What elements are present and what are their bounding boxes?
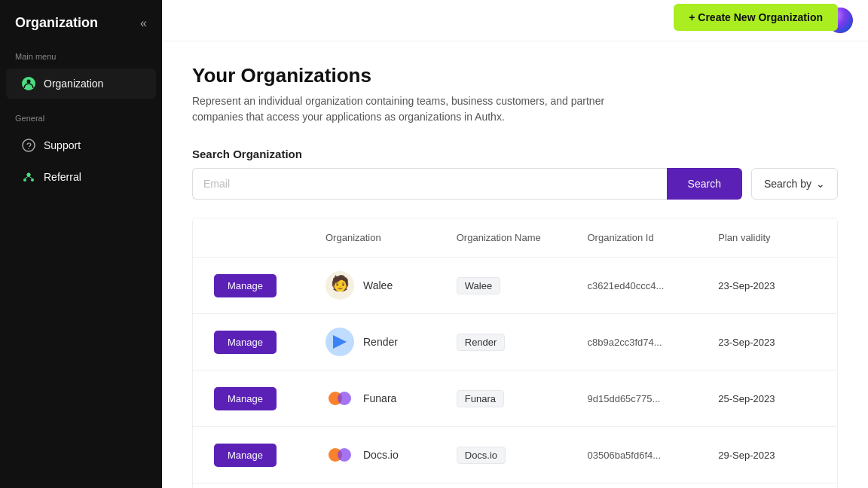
- name-badge-cell: Docs.io: [445, 441, 576, 470]
- svg-point-6: [31, 178, 34, 181]
- org-cell: Docs.io: [313, 435, 445, 475]
- org-cell: 🧑 Walee: [313, 265, 445, 306]
- search-by-chevron-icon: ⌄: [816, 178, 825, 190]
- manage-button[interactable]: Manage: [214, 387, 277, 410]
- manage-button[interactable]: Manage: [214, 444, 277, 467]
- col-header-validity: Plan validity: [706, 226, 837, 249]
- col-header-id: Organization Id: [576, 226, 707, 249]
- table-row: Manage Funara Funara 9d15dd65c775... 25-…: [193, 371, 837, 427]
- plan-validity-cell: 25-Sep-2023: [706, 386, 837, 410]
- sidebar: Organization « Main menu Organization Ge…: [0, 0, 162, 488]
- manage-cell: Manage: [193, 325, 313, 360]
- org-name: Render: [363, 336, 398, 348]
- name-badge-cell: Funara: [445, 384, 576, 413]
- org-logo: [326, 328, 354, 356]
- plan-validity: 23-Sep-2023: [718, 280, 775, 291]
- svg-text:🧑: 🧑: [331, 274, 350, 292]
- sidebar-item-label-referral: Referral: [44, 171, 81, 183]
- org-id: c8b9a2cc3fd74...: [588, 337, 662, 348]
- page-title: Your Organizations: [192, 64, 607, 87]
- search-by-label: Search by: [764, 178, 811, 190]
- search-by-button[interactable]: Search by ⌄: [751, 168, 838, 200]
- sidebar-section-label-main: Main menu: [0, 38, 162, 67]
- table-header: Organization Organization Name Organizat…: [193, 218, 837, 258]
- name-badge: Walee: [457, 277, 500, 294]
- org-id-cell: 03506ba5fd6f4...: [576, 443, 707, 467]
- svg-point-16: [338, 392, 351, 405]
- org-id-cell: c3621ed40ccc4...: [576, 273, 707, 297]
- organizations-table: Organization Organization Name Organizat…: [192, 218, 838, 488]
- col-header-name: Organization Name: [445, 226, 576, 249]
- org-logo: [326, 384, 354, 413]
- svg-line-7: [25, 176, 29, 178]
- manage-button[interactable]: Manage: [214, 274, 277, 297]
- plan-validity-cell: 23-Sep-2023: [706, 330, 837, 354]
- org-logo: [326, 441, 354, 469]
- table-row: Manage Docs.io Docs.io 03506ba5fd6f4... …: [193, 427, 837, 483]
- plan-validity-cell: 29-Sep-2023: [706, 443, 837, 467]
- org-id: 9d15dd65c775...: [588, 393, 661, 404]
- org-cell: Render: [313, 322, 445, 362]
- collapse-button[interactable]: «: [140, 17, 147, 30]
- create-new-organization-button[interactable]: + Create New Organization: [674, 4, 838, 31]
- svg-line-8: [29, 176, 32, 178]
- sidebar-section-general: General Support: [0, 100, 162, 194]
- svg-point-5: [23, 178, 26, 181]
- main-content: Docs moonlightnexus ⌄ Your Organizations…: [162, 0, 868, 488]
- org-id: 03506ba5fd6f4...: [588, 450, 662, 461]
- page-description: Represent an individual organization con…: [192, 93, 607, 125]
- sidebar-item-label-organization: Organization: [44, 78, 103, 90]
- table-row: Manage Render Render c8b9a2cc3fd74... 23…: [193, 314, 837, 371]
- support-icon: [21, 138, 36, 153]
- content-area: Your Organizations Represent an individu…: [162, 41, 868, 488]
- svg-point-1: [27, 80, 31, 84]
- search-section-label: Search Organization: [192, 148, 838, 160]
- name-badge: Docs.io: [457, 447, 506, 464]
- sidebar-header: Organization «: [0, 0, 162, 38]
- org-cell: Funara: [313, 378, 445, 419]
- org-name: Docs.io: [363, 449, 399, 461]
- search-input[interactable]: [192, 168, 667, 200]
- col-header-organization: Organization: [313, 226, 445, 249]
- sidebar-item-support[interactable]: Support: [6, 130, 156, 160]
- table-row: Manage 🧑 Walee Walee c3621ed40ccc4... 23…: [193, 258, 837, 314]
- svg-point-3: [28, 148, 29, 149]
- org-logo: 🧑: [326, 271, 354, 300]
- manage-cell: Manage: [193, 268, 313, 303]
- sidebar-section-label-general: General: [0, 100, 162, 129]
- search-button[interactable]: Search: [667, 168, 742, 200]
- plan-validity: 25-Sep-2023: [718, 393, 775, 404]
- org-name: Funara: [363, 392, 396, 404]
- manage-cell: Manage: [193, 438, 313, 473]
- plan-validity-cell: 23-Sep-2023: [706, 273, 837, 297]
- plan-validity: 23-Sep-2023: [718, 337, 775, 348]
- org-icon: [21, 76, 36, 91]
- org-name: Walee: [363, 279, 393, 291]
- sidebar-item-organization[interactable]: Organization: [6, 69, 156, 99]
- referral-icon: [21, 169, 36, 185]
- sidebar-title: Organization: [15, 15, 98, 31]
- name-badge: Funara: [457, 390, 504, 407]
- name-badge: Render: [457, 334, 506, 351]
- sidebar-item-label-support: Support: [44, 139, 81, 151]
- name-badge-cell: Walee: [445, 271, 576, 300]
- manage-cell: Manage: [193, 381, 313, 416]
- name-badge-cell: Render: [445, 328, 576, 357]
- sidebar-item-referral[interactable]: Referral: [6, 162, 156, 192]
- org-id-cell: c8b9a2cc3fd74...: [576, 330, 707, 354]
- sidebar-section-main: Main menu Organization: [0, 38, 162, 100]
- svg-point-2: [23, 139, 35, 151]
- manage-button[interactable]: Manage: [214, 331, 277, 354]
- search-section: Search Organization Search Search by ⌄: [192, 148, 838, 200]
- table-body: Manage 🧑 Walee Walee c3621ed40ccc4... 23…: [193, 258, 837, 488]
- table-row: Manage Starbuckss... Starbuckss... f8c99…: [193, 483, 837, 488]
- plan-validity: 29-Sep-2023: [718, 450, 775, 461]
- org-id-cell: 9d15dd65c775...: [576, 386, 707, 410]
- svg-point-19: [338, 448, 351, 462]
- search-row: Search Search by ⌄: [192, 168, 838, 200]
- org-id: c3621ed40ccc4...: [588, 280, 665, 291]
